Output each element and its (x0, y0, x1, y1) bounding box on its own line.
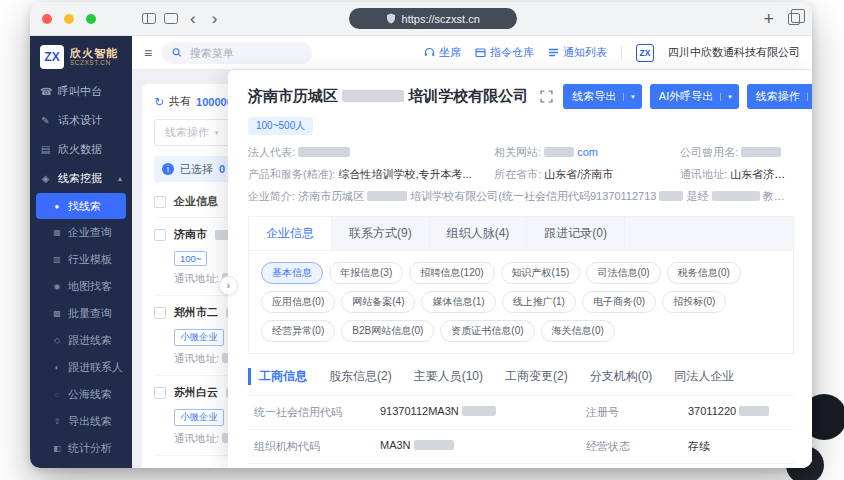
back-button[interactable]: ‹ (186, 10, 200, 27)
section-registry-changes[interactable]: 工商变更(2) (505, 368, 568, 385)
pill-ecommerce[interactable]: 电子商务(0) (582, 291, 656, 313)
pill-annual-report[interactable]: 年报信息(3) (329, 262, 403, 284)
minimize-window-button[interactable] (64, 14, 74, 24)
pill-judicial-info[interactable]: 司法信息(0) (586, 262, 660, 284)
sidebar-item-company-search[interactable]: ▦ 企业查询 (30, 219, 132, 246)
sidebar-toggle-icon[interactable] (142, 13, 156, 24)
template-icon: ▥ (52, 255, 62, 264)
workspace-icon[interactable] (164, 13, 178, 24)
command-store-link[interactable]: 指令仓库 (475, 45, 534, 60)
notice-list-label: 通知列表 (563, 45, 607, 60)
fullscreen-icon[interactable] (540, 90, 553, 103)
chevron-down-icon: ▾ (623, 93, 642, 101)
website-field: 相关网站: com (494, 145, 672, 160)
select-all-checkbox[interactable] (154, 196, 166, 208)
section-shareholders[interactable]: 股东信息(2) (329, 368, 392, 385)
pill-customs-info[interactable]: 海关信息(0) (541, 320, 615, 342)
pill-abnormal-ops[interactable]: 经营异常(0) (261, 320, 335, 342)
intro-label: 企业简介: (248, 190, 295, 202)
forward-button[interactable]: › (208, 10, 222, 27)
pill-online-promo[interactable]: 线上推广(1) (502, 291, 576, 313)
sidebar-item-public-leads[interactable]: ◌ 公海线索 (30, 381, 132, 408)
lead-operation-button[interactable]: 线索操作 ▾ (747, 84, 812, 109)
menu-search[interactable] (162, 42, 312, 64)
address-label: 通讯地址: (174, 352, 219, 364)
field-value: MA3N (374, 430, 580, 463)
pill-media-info[interactable]: 媒体信息(1) (421, 291, 495, 313)
chevron-down-icon: ▾ (720, 93, 739, 101)
sidebar-item-map-search[interactable]: ◉ 地图找客 (30, 273, 132, 300)
pill-basic-info[interactable]: 基本信息 (261, 262, 323, 284)
menu-collapse-icon[interactable]: ≡ (144, 45, 152, 61)
sidebar-item-find-leads[interactable]: ● 找线索 (36, 193, 126, 219)
field-label: 法人代表 (248, 464, 374, 468)
collapse-panel-handle[interactable]: › (219, 276, 238, 295)
lead-ops-button[interactable]: 线索操作 ▾ (154, 119, 230, 146)
intro-text: 教育主管部门批准成立、以升本教育为主的综合性培训学校.... (763, 190, 794, 202)
sidebar-item-batch-search[interactable]: ▩ 批量查询 (30, 300, 132, 327)
ai-call-export-button[interactable]: AI外呼导出 ▾ (650, 84, 739, 109)
region-label: 所在省市: (494, 168, 541, 180)
tab-follow-records[interactable]: 跟进记录(0) (527, 217, 625, 250)
products-label: 产品和服务(精准): (248, 168, 335, 180)
pill-ip-info[interactable]: 知识产权(15) (501, 262, 581, 284)
row-checkbox[interactable] (154, 307, 166, 319)
section-business-info[interactable]: 工商信息 (248, 368, 307, 385)
zoom-window-button[interactable] (86, 14, 96, 24)
section-key-people[interactable]: 主要人员(10) (414, 368, 483, 385)
redacted-block (739, 406, 769, 416)
pill-icp-record[interactable]: 网站备案(4) (341, 291, 415, 313)
pill-b2b-site[interactable]: B2B网站信息(0) (341, 320, 434, 342)
row-checkbox[interactable] (154, 387, 166, 399)
search-input[interactable] (188, 46, 302, 60)
brand-logo[interactable]: ZX 欣火智能 SCZXST.CN (30, 36, 132, 77)
section-branches[interactable]: 分支机构(0) (590, 368, 653, 385)
sidebar-item-follow-leads[interactable]: ◇ 跟进线索 (30, 327, 132, 354)
pill-cert-info[interactable]: 资质证书信息(0) (440, 320, 534, 342)
lead-export-button[interactable]: 线索导出 ▾ (563, 84, 642, 109)
sidebar-item-lead-mining[interactable]: ◈ 线索挖掘 ▴ (30, 164, 132, 193)
new-tab-button[interactable]: + (763, 10, 774, 28)
products-field: 产品和服务(精准): 综合性培训学校,专升本考... (248, 167, 486, 182)
pill-app-info[interactable]: 应用信息(0) (261, 291, 335, 313)
pill-tax-info[interactable]: 税务信息(0) (667, 262, 741, 284)
follow-icon: ◇ (52, 336, 62, 345)
sidebar-item-industry-template[interactable]: ▥ 行业模板 (30, 246, 132, 273)
products-value: 综合性培训学校,专升本考... (338, 168, 471, 180)
notice-list-link[interactable]: 通知列表 (548, 45, 607, 60)
seat-link[interactable]: 坐席 (424, 45, 461, 60)
row-checkbox[interactable] (154, 229, 166, 241)
table-row: 统一社会信用代码 91370112MA3N 注册号 37011220 (248, 396, 794, 430)
pill-bidding[interactable]: 招投标(0) (662, 291, 726, 313)
tab-org-network[interactable]: 组织人脉(4) (430, 217, 528, 250)
tab-overview-icon[interactable] (788, 13, 800, 25)
brand-text: 欣火智能 SCZXST.CN (70, 47, 118, 66)
refresh-icon[interactable]: ↻ (154, 95, 164, 109)
table-row: 法人代表 注册资本 30.00万人民币 (248, 464, 794, 468)
url-bar[interactable]: https://sczxst.cn (349, 8, 517, 29)
batch-icon: ▩ (52, 309, 62, 318)
tab-company-info[interactable]: 企业信息 (249, 217, 332, 250)
sidebar-item-data[interactable]: ▤ 欣火数据 (30, 135, 132, 164)
pill-recruit-info[interactable]: 招聘信息(120) (409, 262, 494, 284)
sidebar-item-statistics[interactable]: ◧ 统计分析 (30, 435, 132, 462)
redacted-block (741, 147, 781, 157)
company-name[interactable]: 四川中欣数通科技有限公司 (668, 45, 800, 60)
company-title-suffix: 培训学校有限公司 (408, 87, 528, 104)
section-same-legal-rep[interactable]: 同法人企业 (674, 368, 734, 385)
close-window-button[interactable] (42, 14, 52, 24)
field-value (374, 464, 580, 468)
company-intro: 企业简介: 济南市历城区 培训学校有限公司(统一社会信用代码9137011271… (248, 189, 794, 204)
website-link[interactable]: com (577, 146, 598, 158)
tab-contact-info[interactable]: 联系方式(9) (332, 217, 430, 250)
browser-chrome: ‹ › https://sczxst.cn + (30, 2, 812, 36)
redacted-block (298, 147, 350, 157)
sidebar-item-follow-contacts[interactable]: ◐ 跟进联系人 (30, 354, 132, 381)
legal-rep-label: 法人代表: (248, 146, 295, 158)
business-info-table: 统一社会信用代码 91370112MA3N 注册号 37011220 组织机构代… (248, 395, 794, 468)
logo-badge: ZX (40, 45, 64, 69)
sidebar-item-export-leads[interactable]: ⇧ 导出线索 (30, 408, 132, 435)
sidebar-item-script-design[interactable]: ✎ 话术设计 (30, 106, 132, 135)
sidebar-item-call-center[interactable]: ☎ 呼叫中台 (30, 77, 132, 106)
sidebar: ZX 欣火智能 SCZXST.CN ☎ 呼叫中台 ✎ 话术设计 ▤ 欣火数据 ◈ (30, 36, 132, 468)
